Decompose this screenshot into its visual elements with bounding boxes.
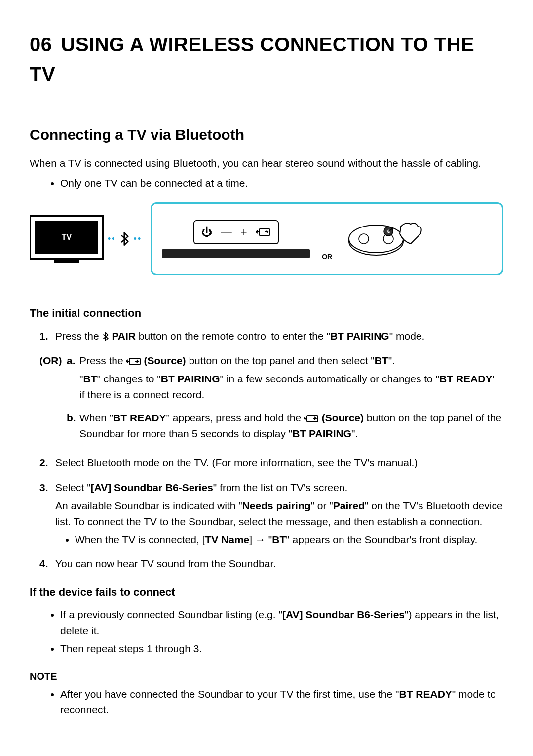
sub-steps: a. Press the (Source) button on the top … xyxy=(67,353,503,445)
signal-dots-right: •• xyxy=(134,232,142,246)
chapter-title: 06USING A WIRELESS CONNECTION TO THE TV xyxy=(30,30,503,89)
remote-with-hand-icon: ✱ xyxy=(346,214,425,264)
step-body: You can now hear TV sound from the Sound… xyxy=(55,556,503,574)
signal-dots-left: •• xyxy=(108,232,116,246)
text: When the TV is connected, [ xyxy=(75,534,205,545)
source-label: (Source) xyxy=(144,355,186,366)
soundbar-column: ⏻ — + xyxy=(162,220,310,258)
bt-pairing-label: BT PAIRING xyxy=(292,428,351,439)
step-3: 3. Select "[AV] Soundbar B6-Series" from… xyxy=(39,480,503,550)
needs-pairing-label: Needs pairing xyxy=(242,500,311,511)
tv-unit: TV xyxy=(30,215,104,263)
sub-letter: b. xyxy=(67,410,79,426)
text: Press the xyxy=(55,330,102,341)
bt-label: BT xyxy=(375,355,388,366)
bt-ready-label: BT READY xyxy=(399,688,452,700)
or-label: OR xyxy=(322,252,332,262)
text: ". xyxy=(388,355,395,366)
soundbar-body xyxy=(162,249,310,258)
bt-ready-label: BT READY xyxy=(439,373,492,384)
text: " mode. xyxy=(389,330,425,341)
text: " changes to " xyxy=(97,373,160,384)
step-body: a. Press the (Source) button on the top … xyxy=(67,353,503,450)
step-or: (OR) a. Press the (Source) button on the… xyxy=(39,353,503,450)
plus-icon: + xyxy=(241,224,247,240)
bullet-item: Only one TV can be connected at a time. xyxy=(60,175,503,191)
connection-diagram: TV •• •• ⏻ — + xyxy=(30,202,503,275)
source-icon xyxy=(304,414,319,423)
text: " appears, press and hold the xyxy=(166,412,304,423)
tv-with-bluetooth: TV •• •• xyxy=(30,215,142,263)
text: Press the xyxy=(79,355,126,366)
pair-label: PAIR xyxy=(112,330,136,341)
note-heading: NOTE xyxy=(30,669,503,683)
step-body: Select "[AV] Soundbar B6-Series" from th… xyxy=(55,480,503,550)
source-icon xyxy=(256,227,271,236)
power-icon: ⏻ xyxy=(201,224,212,240)
bt-pairing-label: BT PAIRING xyxy=(161,373,220,384)
section-bullets: Only one TV can be connected at a time. xyxy=(60,175,503,191)
text: ] → " xyxy=(249,534,272,545)
fails-heading: If the device fails to connect xyxy=(30,584,503,600)
text: Select " xyxy=(55,482,91,493)
step-body: Select Bluetooth mode on the TV. (For mo… xyxy=(55,455,503,474)
sub-step-b: b. When "BT READY" appears, press and ho… xyxy=(67,410,503,444)
bullet-item: If a previously connected Soundbar listi… xyxy=(60,607,503,638)
steps-list: 1. Press the PAIR button on the remote c… xyxy=(39,328,503,574)
text: When " xyxy=(79,412,113,423)
section-intro: When a TV is connected using Bluetooth, … xyxy=(30,155,503,171)
remote-control-block: ✱ xyxy=(344,212,428,266)
source-label: (Source) xyxy=(322,412,364,423)
tv-screen: TV xyxy=(35,221,98,254)
device-options-frame: ⏻ — + OR ✱ xyxy=(151,202,503,275)
step-number: 3. xyxy=(39,480,55,495)
paired-label: Paired xyxy=(333,500,365,511)
note-bullets: After you have connected the Soundbar to… xyxy=(60,686,503,718)
bluetooth-pair-icon xyxy=(102,332,109,341)
sub-body: When "BT READY" appears, press and hold … xyxy=(79,410,503,444)
step-number: 4. xyxy=(39,556,55,571)
text: You can now hear TV sound from the Sound… xyxy=(55,556,503,571)
bullet-item: Then repeat steps 1 through 3. xyxy=(60,641,503,657)
step-body: Press the PAIR button on the remote cont… xyxy=(55,328,503,347)
bt-pairing-label: BT PAIRING xyxy=(330,330,389,341)
text: An available Soundbar is indicated with … xyxy=(55,500,242,511)
initial-connection-heading: The initial connection xyxy=(30,305,503,321)
svg-text:✱: ✱ xyxy=(386,229,390,234)
step-1: 1. Press the PAIR button on the remote c… xyxy=(39,328,503,347)
sub-body: Press the (Source) button on the top pan… xyxy=(79,353,503,406)
bt-label: BT xyxy=(272,534,286,545)
text: " appears on the Soundbar's front displa… xyxy=(286,534,477,545)
chapter-title-text: USING A WIRELESS CONNECTION TO THE TV xyxy=(30,34,474,85)
bt-label: BT xyxy=(83,373,97,384)
minus-icon: — xyxy=(221,224,232,240)
or-prefix: (OR) xyxy=(39,353,67,369)
tv-stand xyxy=(54,260,79,263)
step-4: 4. You can now hear TV sound from the So… xyxy=(39,556,503,574)
text: If a previously connected Soundbar listi… xyxy=(60,609,282,620)
text: button on the remote control to enter th… xyxy=(136,330,330,341)
tv-frame: TV xyxy=(30,215,104,260)
chapter-number: 06 xyxy=(30,34,52,55)
text: " or " xyxy=(311,500,333,511)
sub-step-a: a. Press the (Source) button on the top … xyxy=(67,353,503,406)
text: After you have connected the Soundbar to… xyxy=(60,688,399,700)
bullet-item: After you have connected the Soundbar to… xyxy=(60,686,503,718)
source-icon xyxy=(126,357,141,366)
text: " in a few seconds automatically or chan… xyxy=(220,373,439,384)
step-number: 2. xyxy=(39,455,55,471)
svg-point-2 xyxy=(349,225,403,253)
step-number: 1. xyxy=(39,328,55,344)
step-2: 2. Select Bluetooth mode on the TV. (For… xyxy=(39,455,503,474)
step3-bullets: When the TV is connected, [TV Name] → "B… xyxy=(75,532,503,548)
bt-ready-label: BT READY xyxy=(113,412,166,423)
soundbar-panel-buttons: ⏻ — + xyxy=(193,220,279,244)
bluetooth-icon xyxy=(120,232,130,246)
text: " from the list on TV's screen. xyxy=(213,482,348,493)
text: Select Bluetooth mode on the TV. (For mo… xyxy=(55,455,503,471)
text: button on the top panel and then select … xyxy=(186,355,375,366)
sub-letter: a. xyxy=(67,353,79,369)
bullet-item: When the TV is connected, [TV Name] → "B… xyxy=(75,532,503,548)
model-label: [AV] Soundbar B6-Series xyxy=(91,482,213,493)
text: ". xyxy=(351,428,358,439)
